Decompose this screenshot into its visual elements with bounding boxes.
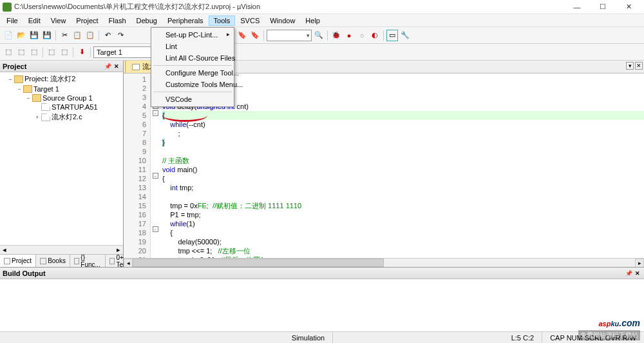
menu-svcs[interactable]: SVCS bbox=[235, 15, 265, 26]
find-combo[interactable] bbox=[267, 30, 312, 41]
maximize-button[interactable]: ☐ bbox=[590, 0, 616, 14]
rebuild-icon[interactable]: ⬚ bbox=[28, 46, 40, 58]
build-target-icon[interactable]: ⬚ bbox=[46, 46, 57, 58]
tree-label: 流水灯2.c bbox=[52, 112, 82, 122]
status-position: L:5 C:2 bbox=[504, 332, 542, 343]
project-tab[interactable]: Project bbox=[0, 255, 36, 267]
separator bbox=[263, 30, 264, 41]
new-icon[interactable]: 📄 bbox=[3, 30, 14, 41]
menu-item[interactable]: Lint All C-Source Files bbox=[153, 52, 232, 64]
target-name: Target 1 bbox=[97, 48, 122, 56]
separator bbox=[99, 30, 99, 41]
line-gutter: 1234567891011121314151617181920212223 bbox=[124, 74, 151, 258]
debug-icon[interactable]: 🐞 bbox=[330, 30, 342, 41]
build-panel-title: Build Output bbox=[3, 270, 46, 277]
tree-target[interactable]: −Target 1 bbox=[1, 84, 122, 93]
tools-menu-dropdown: Set-up PC-Lint...LintLint All C-Source F… bbox=[151, 27, 234, 107]
tree-root[interactable]: −Project: 流水灯2 bbox=[1, 74, 122, 84]
tree-label: Project: 流水灯2 bbox=[24, 74, 75, 84]
separator bbox=[90, 47, 91, 57]
next-bookmark-icon[interactable]: 🔖 bbox=[249, 30, 261, 41]
project-panel-header: Project 📌 ✕ bbox=[0, 61, 123, 72]
project-tab[interactable]: {} Func... bbox=[70, 255, 106, 267]
project-tabs: ProjectBooks{} Func...0+ Temp... bbox=[0, 254, 123, 267]
save-all-icon[interactable]: 💾 bbox=[41, 30, 53, 41]
tree-label: STARTUP.A51 bbox=[52, 103, 98, 111]
open-icon[interactable]: 📂 bbox=[15, 30, 27, 41]
project-panel-title: Project bbox=[3, 63, 26, 70]
status-flags: CAP NUM SCRL OVR R/W bbox=[542, 332, 644, 343]
kill-bp-icon[interactable]: ◐ bbox=[369, 30, 381, 41]
menu-bar: FileEditViewProjectFlashDebugPeripherals… bbox=[0, 14, 644, 27]
project-sidebar: Project 📌 ✕ −Project: 流水灯2 −Target 1 −So… bbox=[0, 61, 124, 267]
menu-debug[interactable]: Debug bbox=[131, 15, 162, 26]
menu-item[interactable]: Set-up PC-Lint... bbox=[153, 29, 232, 41]
tree-file[interactable]: +流水灯2.c bbox=[1, 112, 122, 122]
pin-icon[interactable]: 📌 bbox=[625, 270, 632, 277]
tab-dropdown-icon[interactable]: ▾ bbox=[626, 62, 634, 70]
menu-item[interactable]: Configure Merge Tool... bbox=[153, 67, 232, 79]
tree-hscroll[interactable]: ◂▸ bbox=[0, 245, 123, 254]
project-tree[interactable]: −Project: 流水灯2 −Target 1 −Source Group 1… bbox=[0, 72, 123, 254]
menu-view[interactable]: View bbox=[46, 15, 71, 26]
menu-item[interactable]: VSCode bbox=[153, 93, 232, 105]
minimize-button[interactable]: — bbox=[564, 0, 590, 14]
scroll-right-icon[interactable]: ▸ bbox=[635, 259, 644, 267]
menu-help[interactable]: Help bbox=[300, 15, 325, 26]
tree-label: Target 1 bbox=[33, 85, 59, 93]
menu-item[interactable]: Lint bbox=[153, 41, 232, 52]
separator bbox=[383, 30, 384, 41]
redo-icon[interactable]: ↷ bbox=[115, 30, 126, 41]
status-bar: Simulation L:5 C:2 CAP NUM SCRL OVR R/W bbox=[0, 331, 644, 343]
menu-peripherals[interactable]: Peripherals bbox=[162, 15, 209, 26]
window-title: C:\Users\newwo\Documents\单片机工程文件\流水灯2\流水… bbox=[14, 2, 564, 12]
menu-edit[interactable]: Edit bbox=[23, 15, 46, 26]
separator bbox=[43, 47, 43, 57]
tree-file[interactable]: STARTUP.A51 bbox=[1, 103, 122, 112]
breakpoint-icon[interactable]: ● bbox=[343, 30, 355, 41]
pin-icon[interactable]: 📌 bbox=[104, 63, 111, 70]
title-bar: C:\Users\newwo\Documents\单片机工程文件\流水灯2\流水… bbox=[0, 0, 644, 14]
menu-project[interactable]: Project bbox=[71, 15, 103, 26]
find-icon[interactable]: 🔍 bbox=[313, 30, 325, 41]
close-button[interactable]: ✕ bbox=[616, 0, 641, 14]
menu-item[interactable]: Customize Tools Menu... bbox=[153, 79, 232, 90]
window-icon[interactable]: ▭ bbox=[386, 30, 398, 41]
disable-bp-icon[interactable]: ○ bbox=[356, 30, 368, 41]
menu-separator bbox=[153, 65, 232, 66]
scroll-track[interactable] bbox=[133, 259, 635, 267]
paste-icon[interactable]: 📋 bbox=[84, 30, 96, 41]
project-tab[interactable]: Books bbox=[36, 255, 70, 267]
menu-tools[interactable]: Tools bbox=[209, 15, 236, 26]
batch-build-icon[interactable]: ⬚ bbox=[59, 46, 70, 58]
cut-icon[interactable]: ✂ bbox=[59, 30, 70, 41]
scroll-left-icon[interactable]: ◂ bbox=[124, 259, 133, 267]
build-panel-header: Build Output 📌 ✕ bbox=[0, 268, 644, 279]
separator bbox=[73, 47, 73, 57]
bookmark-icon[interactable]: 🔖 bbox=[236, 30, 248, 41]
scroll-thumb[interactable] bbox=[133, 259, 384, 267]
separator bbox=[327, 30, 328, 41]
config-icon[interactable]: 🔧 bbox=[399, 30, 411, 41]
target-selector[interactable]: Target 1 bbox=[93, 46, 158, 58]
main-area: Project 📌 ✕ −Project: 流水灯2 −Target 1 −So… bbox=[0, 61, 644, 267]
undo-icon[interactable]: ↶ bbox=[102, 30, 113, 41]
tab-controls: ▾ ✕ bbox=[626, 62, 643, 70]
editor-hscroll[interactable]: ◂ ▸ bbox=[124, 258, 644, 267]
file-icon bbox=[132, 64, 140, 70]
tab-close-icon[interactable]: ✕ bbox=[635, 62, 643, 70]
panel-close-icon[interactable]: ✕ bbox=[113, 63, 120, 70]
app-icon bbox=[3, 3, 12, 12]
menu-file[interactable]: File bbox=[1, 15, 23, 26]
tree-group[interactable]: −Source Group 1 bbox=[1, 93, 122, 103]
build-icon[interactable]: ⬚ bbox=[15, 46, 27, 58]
save-icon[interactable]: 💾 bbox=[28, 30, 40, 41]
annotation-mark bbox=[162, 109, 207, 122]
panel-close-icon[interactable]: ✕ bbox=[634, 270, 641, 277]
translate-icon[interactable]: ⬚ bbox=[3, 46, 14, 58]
download-icon[interactable]: ⬇ bbox=[76, 46, 88, 58]
build-output-body[interactable] bbox=[0, 279, 644, 331]
menu-window[interactable]: Window bbox=[265, 15, 300, 26]
menu-flash[interactable]: Flash bbox=[104, 15, 131, 26]
copy-icon[interactable]: 📋 bbox=[71, 30, 83, 41]
